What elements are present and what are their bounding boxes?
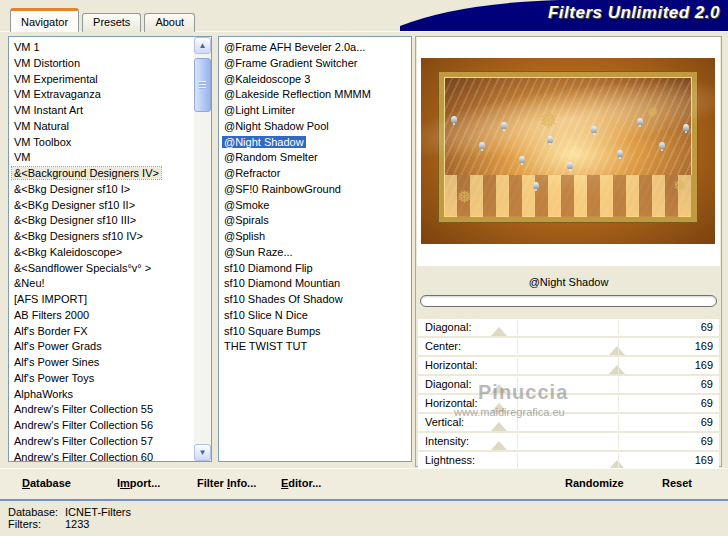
slider-value: 69 bbox=[701, 319, 713, 336]
slider-thumb[interactable] bbox=[609, 346, 625, 355]
bell-ornament bbox=[479, 142, 485, 149]
slider-value: 69 bbox=[701, 376, 713, 393]
editor-button[interactable]: Editor... bbox=[281, 477, 321, 489]
toolbar: Database Import... Filter Info... Editor… bbox=[0, 468, 728, 499]
filter-list-item[interactable]: @Sun Raze... bbox=[222, 245, 409, 261]
category-list-item[interactable]: Andrew's Filter Collection 57 bbox=[12, 434, 193, 450]
filter-list-item[interactable]: @SF!0 RainbowGround bbox=[222, 182, 409, 198]
category-list-item[interactable]: Alf's Power Sines bbox=[12, 355, 193, 371]
randomize-button[interactable]: Randomize bbox=[565, 477, 624, 489]
bell-ornament bbox=[451, 116, 457, 123]
filter-list-item[interactable]: @Random Smelter bbox=[222, 150, 409, 166]
slider-thumb[interactable] bbox=[491, 327, 507, 336]
slider-stack: Diagonal: 69 Center: 169 Horizontal: 169… bbox=[418, 319, 719, 471]
filter-list-item[interactable]: @Night Shadow bbox=[222, 135, 409, 151]
filter-list-item[interactable]: @Lakeside Reflection MMMM bbox=[222, 87, 409, 103]
filter-list-item[interactable]: @Frame Gradient Switcher bbox=[222, 56, 409, 72]
tab[interactable]: About bbox=[144, 13, 195, 32]
category-scrollbar[interactable]: ▲ ▼ bbox=[194, 37, 211, 461]
scroll-down-button[interactable]: ▼ bbox=[194, 444, 211, 461]
filter-list-item[interactable]: sf10 Diamond Flip bbox=[222, 261, 409, 277]
status-bar: Database:ICNET-Filters Filters:1233 Appl… bbox=[0, 501, 728, 536]
tab-label: About bbox=[155, 16, 184, 28]
filters-unlimited-dialog: { "window": { "title": "Filters Unlimite… bbox=[0, 0, 728, 536]
slider-value: 69 bbox=[701, 395, 713, 412]
category-list-item[interactable]: &<Sandflower Specials°v° > bbox=[12, 261, 193, 277]
progress-bar bbox=[420, 295, 717, 307]
slider-thumb[interactable] bbox=[609, 365, 625, 374]
scrollbar-thumb[interactable] bbox=[194, 58, 211, 112]
category-list-item[interactable]: Alf's Border FX bbox=[12, 324, 193, 340]
category-list-item[interactable]: &Neu! bbox=[12, 276, 193, 292]
category-list-item[interactable]: &<Background Designers IV> bbox=[12, 166, 193, 182]
preview-image: ❅ ❅ ❅ ❅ bbox=[421, 58, 715, 244]
filter-list-item[interactable]: sf10 Slice N Dice bbox=[222, 308, 409, 324]
filter-slider[interactable]: Intensity: 69 bbox=[418, 433, 719, 450]
filter-slider[interactable]: Diagonal: 69 bbox=[418, 319, 719, 336]
filter-list-item[interactable]: @Smoke bbox=[222, 198, 409, 214]
category-list-item[interactable]: VM Natural bbox=[12, 119, 193, 135]
category-list-item[interactable]: Alf's Power Toys bbox=[12, 371, 193, 387]
filter-slider[interactable]: Horizontal: 169 bbox=[418, 357, 719, 374]
category-list-item[interactable]: VM Experimental bbox=[12, 72, 193, 88]
filter-listbox[interactable]: @Frame AFH Beveler 2.0a...@Frame Gradien… bbox=[218, 36, 412, 462]
category-list-item[interactable]: VM Toolbox bbox=[12, 135, 193, 151]
category-list-item[interactable]: Andrew's Filter Collection 55 bbox=[12, 402, 193, 418]
filter-list-item[interactable]: @Kaleidoscope 3 bbox=[222, 72, 409, 88]
filter-list-item[interactable]: @Light Limiter bbox=[222, 103, 409, 119]
category-list-item[interactable]: AlphaWorks bbox=[12, 387, 193, 403]
slider-thumb[interactable] bbox=[491, 441, 507, 450]
slider-value: 69 bbox=[701, 433, 713, 450]
bell-ornament bbox=[637, 118, 643, 125]
preview-panel: ❅ ❅ ❅ ❅ @Night Shadow Diagonal: 69 bbox=[415, 36, 722, 467]
category-list-item[interactable]: [AFS IMPORT] bbox=[12, 292, 193, 308]
category-list-item[interactable]: VM bbox=[12, 150, 193, 166]
slider-label: Intensity: bbox=[425, 433, 469, 450]
bell-ornament bbox=[683, 124, 689, 131]
bell-ornament bbox=[501, 122, 507, 129]
database-button[interactable]: Database bbox=[22, 477, 71, 489]
scroll-up-button[interactable]: ▲ bbox=[194, 37, 211, 54]
category-list-item[interactable]: VM Distortion bbox=[12, 56, 193, 72]
tab[interactable]: Presets bbox=[82, 13, 141, 32]
filter-list-item[interactable]: sf10 Square Bumps bbox=[222, 324, 409, 340]
preview-area: ❅ ❅ ❅ ❅ bbox=[417, 37, 720, 266]
category-list-item[interactable]: &<Bkg Designers sf10 IV> bbox=[12, 229, 193, 245]
reset-button[interactable]: Reset bbox=[662, 477, 692, 489]
filter-list-item[interactable]: @Night Shadow Pool bbox=[222, 119, 409, 135]
category-list-item[interactable]: Alf's Power Grads bbox=[12, 339, 193, 355]
tab-label: Navigator bbox=[21, 16, 68, 28]
filter-list-item[interactable]: THE TWIST TUT bbox=[222, 339, 409, 355]
filter-list-item[interactable]: sf10 Diamond Mountian bbox=[222, 276, 409, 292]
filter-info-button[interactable]: Filter Info... bbox=[197, 477, 256, 489]
filter-slider[interactable]: Lightness: 169 bbox=[418, 452, 719, 469]
filter-list-item[interactable]: @Frame AFH Beveler 2.0a... bbox=[222, 40, 409, 56]
filter-slider[interactable]: Center: 169 bbox=[418, 338, 719, 355]
tab[interactable]: Navigator bbox=[10, 8, 79, 32]
app-title: Filters Unlimited 2.0 bbox=[548, 3, 720, 23]
category-list-item[interactable]: VM Instant Art bbox=[12, 103, 193, 119]
filter-list-item[interactable]: @Refractor bbox=[222, 166, 409, 182]
category-list-item[interactable]: VM 1 bbox=[12, 40, 193, 56]
category-list-item[interactable]: &<BKg Designer sf10 II> bbox=[12, 198, 193, 214]
category-listbox[interactable]: VM 1VM DistortionVM ExperimentalVM Extra… bbox=[8, 36, 212, 462]
filter-list-item[interactable]: @Splish bbox=[222, 229, 409, 245]
filter-slider[interactable]: Diagonal: 69 bbox=[418, 376, 719, 393]
category-list-item[interactable]: Andrew's Filter Collection 60 bbox=[12, 450, 193, 463]
category-list-item[interactable]: VM Extravaganza bbox=[12, 87, 193, 103]
filter-list-item[interactable]: sf10 Shades Of Shadow bbox=[222, 292, 409, 308]
slider-label: Horizontal: bbox=[425, 357, 478, 374]
import-button[interactable]: Import... bbox=[117, 477, 160, 489]
watermark-url: www.maidiregrafica.eu bbox=[454, 406, 565, 418]
slider-value: 69 bbox=[701, 414, 713, 431]
slider-thumb[interactable] bbox=[491, 422, 507, 431]
category-list-item[interactable]: &<Bkg Designer sf10 III> bbox=[12, 213, 193, 229]
category-list-item[interactable]: Andrew's Filter Collection 56 bbox=[12, 418, 193, 434]
slider-label: Diagonal: bbox=[425, 319, 471, 336]
status-database: Database:ICNET-Filters bbox=[8, 506, 131, 518]
filter-list-item[interactable]: @Spirals bbox=[222, 213, 409, 229]
category-list-item[interactable]: &<Bkg Designer sf10 I> bbox=[12, 182, 193, 198]
category-list-item[interactable]: &<Bkg Kaleidoscope> bbox=[12, 245, 193, 261]
category-list-item[interactable]: AB Filters 2000 bbox=[12, 308, 193, 324]
bell-ornament bbox=[659, 142, 665, 149]
